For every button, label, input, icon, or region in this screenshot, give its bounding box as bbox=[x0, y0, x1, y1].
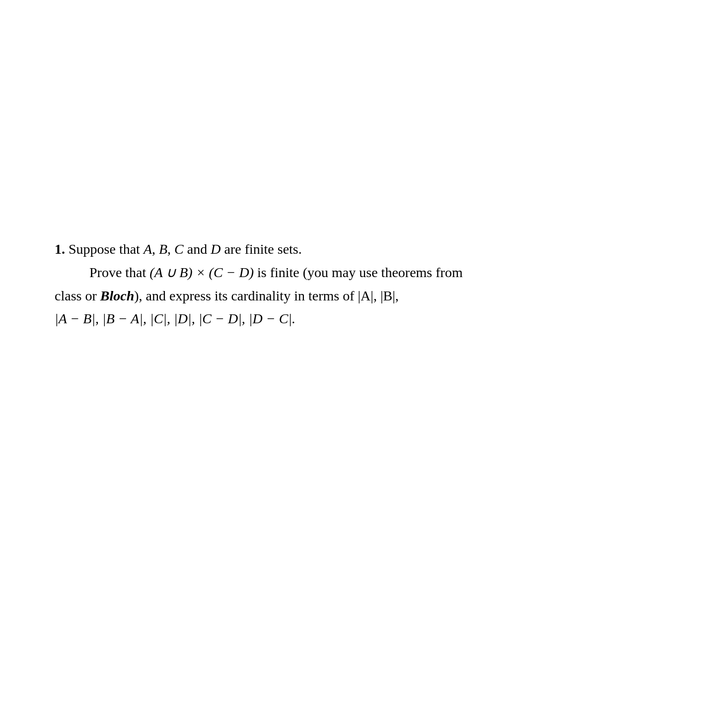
comma1: , bbox=[152, 241, 159, 257]
line1-end: are finite sets. bbox=[220, 241, 301, 257]
problem-line2: Prove that (A ∪ B) × (C − D) is finite (… bbox=[55, 262, 673, 284]
line3-start: class or bbox=[55, 288, 100, 303]
var-D-1: D bbox=[211, 241, 220, 257]
line2-start: Prove that bbox=[89, 265, 149, 280]
var-A-1: A bbox=[144, 241, 152, 257]
problem-line1: 1. Suppose that A, B, C and D are finite… bbox=[55, 238, 673, 261]
line1-and: and bbox=[184, 241, 211, 257]
var-C-1: C bbox=[174, 241, 184, 257]
problem-line3: class or Bloch), and express its cardina… bbox=[55, 285, 673, 307]
page: 1. Suppose that A, B, C and D are finite… bbox=[0, 0, 728, 728]
line1-text-before: Suppose that bbox=[65, 241, 144, 257]
line4-content: |A − B|, |B − A|, |C|, |D|, |C − D|, |D … bbox=[55, 311, 295, 326]
problem-block: 1. Suppose that A, B, C and D are finite… bbox=[55, 238, 673, 330]
var-B-1: B bbox=[159, 241, 167, 257]
comma2: , bbox=[167, 241, 174, 257]
line3-end: ), and express its cardinality in terms … bbox=[134, 288, 399, 303]
problem-line4: |A − B|, |B − A|, |C|, |D|, |C − D|, |D … bbox=[55, 308, 673, 330]
content-area: 1. Suppose that A, B, C and D are finite… bbox=[55, 238, 673, 330]
line2-end: is finite (you may use theorems from bbox=[254, 265, 463, 280]
problem-number: 1. bbox=[55, 241, 65, 257]
bloch-ref: Bloch bbox=[100, 288, 134, 303]
line2-math: (A ∪ B) × (C − D) bbox=[149, 265, 254, 280]
